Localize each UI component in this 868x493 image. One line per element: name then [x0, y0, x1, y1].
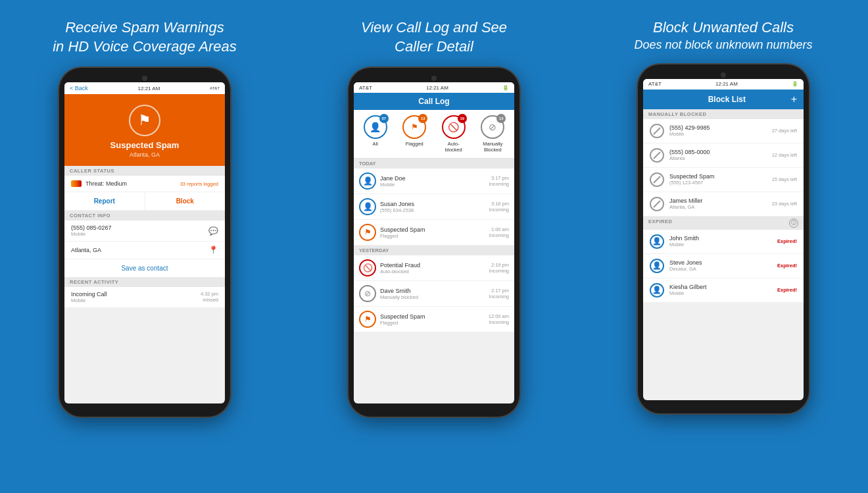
call-info-jane: Jane Doe Mobile — [380, 175, 485, 188]
filter-all-badge: 57 — [379, 114, 389, 123]
location-icon: 📍 — [208, 246, 218, 255]
block-icon-0 — [650, 124, 664, 138]
block-slash-2 — [653, 176, 660, 183]
phone-screen-3: AT&T 12:21 AM 🔋 Block List + MANUALLY BL… — [643, 79, 804, 400]
call-info-spam-today: Suspected Spam Flagged — [380, 226, 485, 239]
location-info-row: Atlanta, GA 📍 — [64, 242, 225, 259]
phone-type: Mobile — [71, 231, 112, 237]
block-name-3: James Miller — [669, 197, 767, 204]
person-avatar-1: 👤 — [650, 259, 664, 273]
person-avatar-0: 👤 — [650, 234, 664, 249]
filter-manualblocked-label: Manually Blocked — [483, 141, 502, 153]
block-info-1: (555) 085-0000 Atlanta — [669, 149, 767, 161]
block-info-0: (555) 429-9985 Mobile — [669, 124, 767, 137]
filter-flagged-badge: 13 — [418, 114, 427, 123]
block-item-1[interactable]: (555) 085-0000 Atlanta 12 days left — [643, 143, 804, 168]
expired-status-0: Expired! — [777, 238, 797, 244]
call-item-dave[interactable]: ⊘ Dave Smith Manually blocked 2:17 pm In… — [354, 281, 514, 307]
call-info-spam-yest: Suspected Spam Flagged — [380, 313, 485, 326]
call-time-spam-yest: 12:00 am Incoming — [489, 313, 509, 325]
block-item-0[interactable]: (555) 429-9985 Mobile 27 days left — [643, 119, 804, 143]
block-item-2[interactable]: Suspected Spam (555) 123-4567 15 days le… — [643, 168, 804, 192]
block-sub-2: (555) 123-4567 — [669, 180, 767, 186]
expired-sub-0: Mobile — [669, 242, 772, 247]
spam-subtitle: Atlanta, GA — [130, 151, 160, 158]
call-avatar-spam-yest: ⚑ — [359, 311, 376, 328]
filter-autoblocked-circle: 🚫 19 — [442, 115, 466, 139]
spam-title: Suspected Spam — [110, 140, 180, 150]
filter-autoblocked[interactable]: 🚫 19 Auto- blocked — [442, 115, 466, 153]
expired-info-icon[interactable]: ⓘ — [789, 219, 798, 228]
panel3-title: Block Unwanted Calls Does not block unkn… — [634, 18, 812, 53]
filter-manualblocked-circle: ⊘ 13 — [481, 115, 504, 139]
call-avatar-spam-today: ⚑ — [359, 224, 376, 241]
time-3: 12:21 AM — [715, 81, 738, 87]
save-contact-row[interactable]: Save as contact — [64, 259, 225, 277]
status-bar-3: AT&T 12:21 AM 🔋 — [643, 79, 804, 90]
expired-name-0: John Smith — [669, 235, 772, 242]
threat-label: Threat: Medium — [85, 180, 127, 187]
block-days-3: 23 days left — [772, 201, 797, 207]
call-sub-spam-today: Flagged — [380, 233, 485, 239]
report-button[interactable]: Report — [64, 192, 145, 210]
back-button[interactable]: < Back — [70, 85, 88, 91]
recent-activity-header: RECENT ACTIVITY — [64, 277, 225, 287]
block-info-3: James Miller Atlanta, GA — [669, 197, 767, 210]
block-name-1: (555) 085-0000 — [669, 149, 767, 155]
call-time: 4:32 pm — [201, 291, 218, 297]
expired-item-0[interactable]: 👤 John Smith Mobile Expired! — [643, 230, 804, 254]
call-item-fraud[interactable]: 🚫 Potential Fraud Auto-blocked 2:19 pm I… — [354, 255, 514, 281]
block-item-3[interactable]: James Miller Atlanta, GA 23 days left — [643, 192, 804, 217]
call-info-dave: Dave Smith Manually blocked — [380, 288, 485, 300]
expired-info-1: Steve Jones Decatur, GA — [669, 259, 772, 272]
block-days-1: 12 days left — [772, 152, 797, 158]
battery-2: 🔋 — [502, 85, 509, 91]
spam-header: ⚑ Suspected Spam Atlanta, GA — [64, 94, 225, 166]
call-item-jane[interactable]: 👤 Jane Doe Mobile 3:17 pm Incoming — [354, 169, 514, 194]
person-icon-2: 👤 — [652, 286, 662, 294]
expired-item-1[interactable]: 👤 Steve Jones Decatur, GA Expired! — [643, 254, 804, 278]
call-sub-jane: Mobile — [380, 182, 485, 188]
block-days-2: 15 days left — [772, 176, 797, 182]
expired-name-1: Steve Jones — [669, 259, 772, 266]
block-sub-3: Atlanta, GA — [669, 204, 767, 210]
filter-autoblocked-label: Auto- blocked — [445, 141, 462, 153]
call-name-dave: Dave Smith — [380, 288, 485, 294]
block-icon-2 — [650, 172, 664, 187]
expired-info-2: Kiesha Gilbert Mobile — [669, 284, 772, 296]
block-name-2: Suspected Spam — [669, 173, 767, 180]
phone-camera-3 — [721, 72, 726, 78]
call-time-susan: 3:16 pm Incoming — [489, 201, 509, 213]
expired-header: EXPIRED ⓘ — [643, 217, 804, 230]
contact-info-header: CONTACT INFO — [64, 211, 225, 221]
call-info-fraud: Potential Fraud Auto-blocked — [380, 262, 485, 274]
spam-icon-circle: ⚑ — [129, 105, 160, 136]
add-block-button[interactable]: + — [791, 93, 797, 105]
expired-status-2: Expired! — [777, 287, 797, 293]
person-icon-0: 👤 — [652, 237, 662, 246]
call-item-spam-yest[interactable]: ⚑ Suspected Spam Flagged 12:00 am Incomi… — [354, 307, 514, 332]
block-slash-1 — [653, 151, 660, 159]
expired-info-0: John Smith Mobile — [669, 235, 772, 247]
carrier-2: AT&T — [359, 85, 372, 91]
signal-indicator: AT&T — [210, 86, 220, 90]
block-slash-3 — [653, 200, 660, 207]
battery-3: 🔋 — [792, 81, 798, 87]
block-button[interactable]: Block — [145, 192, 226, 210]
expired-item-2[interactable]: 👤 Kiesha Gilbert Mobile Expired! — [643, 278, 804, 303]
message-icon[interactable]: 💬 — [208, 226, 218, 236]
call-log-title: Call Log — [360, 97, 508, 106]
block-name-0: (555) 429-9985 — [669, 124, 767, 131]
panel2-title: View Call Log and See Caller Detail — [361, 18, 507, 56]
call-sub-label: Mobile — [71, 298, 107, 303]
filter-all[interactable]: 👤 57 All — [364, 115, 387, 153]
call-item-susan[interactable]: 👤 Susan Jones (555) 634-2538 3:16 pm Inc… — [354, 194, 514, 220]
filter-manualblocked[interactable]: ⊘ 13 Manually Blocked — [481, 115, 504, 153]
call-status: missed — [201, 297, 218, 303]
block-info-2: Suspected Spam (555) 123-4567 — [669, 173, 767, 186]
filter-flagged[interactable]: ⚑ 13 Flagged — [402, 115, 426, 153]
expired-name-2: Kiesha Gilbert — [669, 284, 772, 290]
call-name-jane: Jane Doe — [380, 175, 485, 182]
status-bar-2: AT&T 12:21 AM 🔋 — [354, 82, 514, 93]
call-item-spam-today[interactable]: ⚑ Suspected Spam Flagged 1:00 am Incomin… — [354, 220, 514, 246]
